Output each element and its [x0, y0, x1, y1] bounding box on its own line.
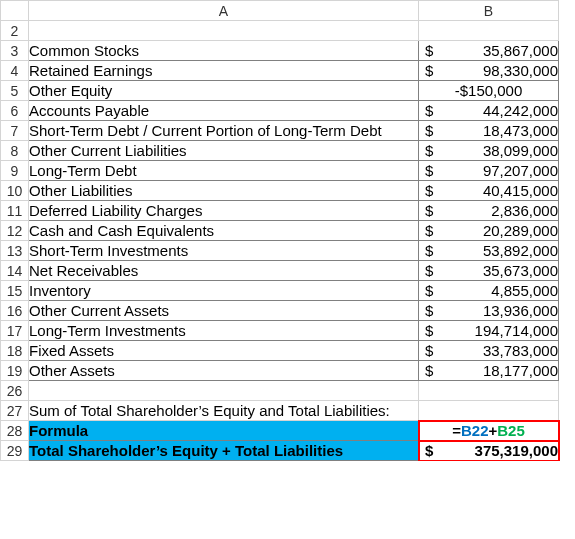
row-header[interactable]: 26 — [1, 381, 29, 401]
total-label-cell[interactable]: Total Shareholder’s Equity + Total Liabi… — [29, 441, 419, 461]
row-header[interactable]: 16 — [1, 301, 29, 321]
value-text: 13,936,000 — [483, 302, 558, 319]
cell[interactable] — [419, 401, 559, 421]
label-cell[interactable]: Deferred Liability Charges — [29, 201, 419, 221]
dollar-icon: $ — [425, 62, 433, 79]
value-cell[interactable]: -$150,000 — [419, 81, 559, 101]
value-text: 53,892,000 — [483, 242, 558, 259]
label-cell[interactable]: Fixed Assets — [29, 341, 419, 361]
row-header[interactable]: 17 — [1, 321, 29, 341]
label-cell[interactable]: Long-Term Debt — [29, 161, 419, 181]
value-cell[interactable]: $53,892,000 — [419, 241, 559, 261]
value-cell[interactable]: $13,936,000 — [419, 301, 559, 321]
row-header[interactable]: 11 — [1, 201, 29, 221]
label-cell[interactable]: Retained Earnings — [29, 61, 419, 81]
value-text: 18,473,000 — [483, 122, 558, 139]
value-text: 194,714,000 — [475, 322, 558, 339]
value-cell[interactable]: $194,714,000 — [419, 321, 559, 341]
label-cell[interactable]: Other Assets — [29, 361, 419, 381]
row-header[interactable]: 8 — [1, 141, 29, 161]
value-text: 20,289,000 — [483, 222, 558, 239]
label-cell[interactable]: Other Current Assets — [29, 301, 419, 321]
dollar-icon: $ — [425, 42, 433, 59]
value-cell[interactable] — [419, 21, 559, 41]
row-header[interactable]: 10 — [1, 181, 29, 201]
cell-ref-b22: B22 — [461, 422, 489, 439]
value-text: 2,836,000 — [491, 202, 558, 219]
label-cell[interactable]: Other Liabilities — [29, 181, 419, 201]
row-header[interactable]: 19 — [1, 361, 29, 381]
dollar-icon: $ — [425, 202, 433, 219]
dollar-icon: $ — [425, 442, 433, 459]
row-header[interactable]: 3 — [1, 41, 29, 61]
value-cell[interactable]: $18,177,000 — [419, 361, 559, 381]
row-header[interactable]: 2 — [1, 21, 29, 41]
value-text: 40,415,000 — [483, 182, 558, 199]
value-cell[interactable]: $97,207,000 — [419, 161, 559, 181]
label-cell[interactable] — [29, 21, 419, 41]
label-cell[interactable]: Other Current Liabilities — [29, 141, 419, 161]
formula-cell[interactable]: =B22+B25 — [419, 421, 559, 441]
row-header[interactable]: 28 — [1, 421, 29, 441]
column-header-a[interactable]: A — [29, 1, 419, 21]
row-header[interactable]: 5 — [1, 81, 29, 101]
dollar-icon: $ — [425, 342, 433, 359]
value-text: 35,867,000 — [483, 42, 558, 59]
row-header[interactable]: 13 — [1, 241, 29, 261]
row-header[interactable]: 4 — [1, 61, 29, 81]
label-cell[interactable]: Short-Term Investments — [29, 241, 419, 261]
label-cell[interactable]: Net Receivables — [29, 261, 419, 281]
label-cell[interactable]: Cash and Cash Equivalents — [29, 221, 419, 241]
dollar-icon: $ — [425, 182, 433, 199]
value-cell[interactable]: $40,415,000 — [419, 181, 559, 201]
dollar-icon: $ — [425, 262, 433, 279]
column-header-b[interactable]: B — [419, 1, 559, 21]
row-header[interactable]: 15 — [1, 281, 29, 301]
row-header[interactable]: 12 — [1, 221, 29, 241]
dollar-icon: $ — [425, 122, 433, 139]
row-header[interactable]: 7 — [1, 121, 29, 141]
formula-label-cell[interactable]: Formula — [29, 421, 419, 441]
cell[interactable] — [29, 381, 419, 401]
formula-equals: = — [452, 422, 461, 439]
row-header[interactable]: 9 — [1, 161, 29, 181]
value-text: 38,099,000 — [483, 142, 558, 159]
label-cell[interactable]: Long-Term Investments — [29, 321, 419, 341]
value-text: 18,177,000 — [483, 362, 558, 379]
cell[interactable] — [419, 381, 559, 401]
value-cell[interactable]: $38,099,000 — [419, 141, 559, 161]
value-text: 44,242,000 — [483, 102, 558, 119]
value-cell[interactable]: $98,330,000 — [419, 61, 559, 81]
value-text: 33,783,000 — [483, 342, 558, 359]
dollar-icon: $ — [425, 242, 433, 259]
row-header[interactable]: 27 — [1, 401, 29, 421]
value-cell[interactable]: $35,673,000 — [419, 261, 559, 281]
dollar-icon: $ — [425, 142, 433, 159]
value-cell[interactable]: $44,242,000 — [419, 101, 559, 121]
label-cell[interactable]: Accounts Payable — [29, 101, 419, 121]
label-cell[interactable]: Other Equity — [29, 81, 419, 101]
total-value-cell[interactable]: $ 375,319,000 — [419, 441, 559, 461]
row-header[interactable]: 6 — [1, 101, 29, 121]
dollar-icon: $ — [425, 102, 433, 119]
value-cell[interactable]: $2,836,000 — [419, 201, 559, 221]
label-cell[interactable]: Common Stocks — [29, 41, 419, 61]
select-all-corner[interactable] — [1, 1, 29, 21]
row-header[interactable]: 14 — [1, 261, 29, 281]
value-cell[interactable]: $35,867,000 — [419, 41, 559, 61]
row-header[interactable]: 18 — [1, 341, 29, 361]
value-cell[interactable]: $18,473,000 — [419, 121, 559, 141]
value-text: 98,330,000 — [483, 62, 558, 79]
label-cell[interactable]: Inventory — [29, 281, 419, 301]
value-cell[interactable]: $4,855,000 — [419, 281, 559, 301]
value-cell[interactable]: $33,783,000 — [419, 341, 559, 361]
spreadsheet-grid[interactable]: A B 23Common Stocks$35,867,0004Retained … — [0, 0, 559, 461]
formula-plus: + — [489, 422, 498, 439]
value-cell[interactable]: $20,289,000 — [419, 221, 559, 241]
value-text: 35,673,000 — [483, 262, 558, 279]
row-header[interactable]: 29 — [1, 441, 29, 461]
total-value: 375,319,000 — [475, 442, 558, 459]
value-text: -$150,000 — [455, 82, 523, 99]
sum-description-cell[interactable]: Sum of Total Shareholder’s Equity and To… — [29, 401, 419, 421]
label-cell[interactable]: Short-Term Debt / Current Portion of Lon… — [29, 121, 419, 141]
